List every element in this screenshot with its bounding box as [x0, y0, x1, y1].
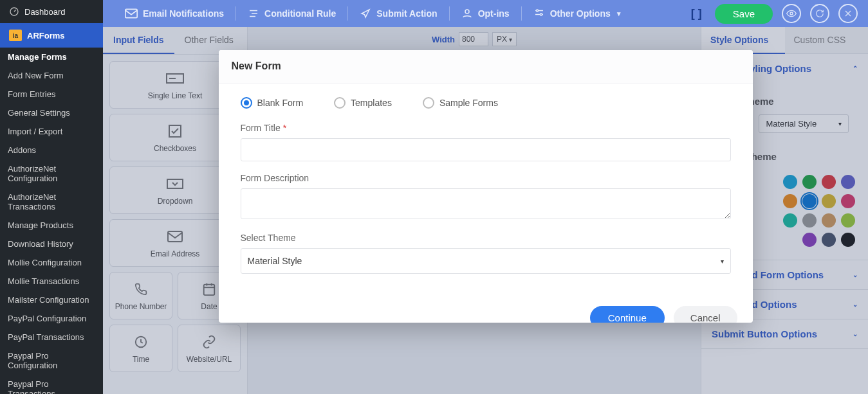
- wp-sidebar: Dashboard ia ARForms Manage Forms Add Ne…: [0, 0, 103, 394]
- form-type-radios: Blank Form Templates Sample Forms: [241, 97, 731, 109]
- preview-button[interactable]: [782, 4, 801, 23]
- conditional-icon: [248, 8, 259, 19]
- sidebar-arforms-label: ARForms: [27, 31, 65, 40]
- cancel-button[interactable]: Cancel: [674, 306, 737, 323]
- modal-footer: Continue Cancel: [219, 298, 753, 323]
- arforms-logo-icon: ia: [9, 30, 22, 41]
- form-title-input[interactable]: [241, 138, 731, 161]
- radio-templates[interactable]: Templates: [334, 97, 392, 109]
- radio-icon: [241, 97, 252, 109]
- topbar-optins[interactable]: Opt-ins: [450, 0, 521, 27]
- sidebar-item-entries[interactable]: Form Entries: [0, 85, 103, 103]
- sidebar-item-manage-products[interactable]: Manage Products: [0, 216, 103, 235]
- email-icon: [125, 8, 138, 19]
- sidebar-item-mailster-config[interactable]: Mailster Configuration: [0, 291, 103, 309]
- save-button[interactable]: Save: [715, 4, 773, 24]
- sidebar-item-download-history[interactable]: Download History: [0, 235, 103, 253]
- modal-body: Blank Form Templates Sample Forms Form T…: [219, 84, 753, 298]
- sidebar-item-manage-forms[interactable]: Manage Forms: [0, 48, 103, 66]
- close-button[interactable]: [838, 4, 858, 23]
- chevron-down-icon: ▼: [616, 10, 622, 17]
- sidebar-dashboard[interactable]: Dashboard: [0, 0, 103, 23]
- modal-backdrop: New Form Blank Form Templates Sample For…: [103, 27, 868, 394]
- sidebar-item-mollie-trans[interactable]: Mollie Transactions: [0, 272, 103, 291]
- topbar-other-options[interactable]: Other Options ▼: [522, 0, 634, 27]
- svg-point-10: [790, 12, 793, 15]
- sidebar-item-paypal-pro-trans[interactable]: Paypal Pro Transactions: [0, 375, 103, 394]
- sidebar-item-paypal-trans[interactable]: PayPal Transactions: [0, 328, 103, 346]
- radio-sample-forms[interactable]: Sample Forms: [423, 97, 498, 109]
- topbar-submit-action[interactable]: Submit Action: [348, 0, 448, 27]
- continue-button[interactable]: Continue: [590, 306, 665, 323]
- form-title-label: Form Title *: [241, 123, 731, 133]
- topbar-conditional-rule[interactable]: Conditional Rule: [236, 0, 347, 27]
- sidebar-item-add-form[interactable]: Add New Form: [0, 66, 103, 85]
- modal-title: New Form: [219, 50, 753, 84]
- sidebar-item-general[interactable]: General Settings: [0, 103, 103, 122]
- shortcode-button[interactable]: [ ]: [687, 7, 706, 21]
- sidebar-item-paypal-config[interactable]: PayPal Configuration: [0, 309, 103, 328]
- select-theme-label: Select Theme: [241, 233, 731, 243]
- sidebar-item-import-export[interactable]: Import / Export: [0, 122, 103, 141]
- radio-icon: [334, 97, 346, 109]
- svg-point-7: [536, 10, 538, 12]
- svg-rect-1: [125, 9, 137, 17]
- new-form-modal: New Form Blank Form Templates Sample For…: [219, 50, 753, 323]
- topbar-email-notifications[interactable]: Email Notifications: [113, 0, 235, 27]
- radio-blank-form[interactable]: Blank Form: [241, 97, 304, 109]
- sidebar-item-authnet-trans[interactable]: AuthorizeNet Transactions: [0, 188, 103, 216]
- chevron-down-icon: ▾: [721, 258, 724, 265]
- sidebar-arforms[interactable]: ia ARForms: [0, 23, 103, 48]
- sidebar-dashboard-label: Dashboard: [24, 7, 66, 17]
- refresh-button[interactable]: [810, 4, 829, 23]
- topbar: Email Notifications Conditional Rule Sub…: [103, 0, 868, 27]
- optins-icon: [461, 8, 473, 19]
- svg-point-9: [540, 13, 542, 15]
- svg-point-5: [465, 10, 469, 13]
- sidebar-item-paypal-pro-config[interactable]: Paypal Pro Configuration: [0, 346, 103, 375]
- form-description-input[interactable]: [241, 188, 731, 219]
- radio-icon: [423, 97, 434, 109]
- select-theme-dropdown[interactable]: Material Style ▾: [241, 248, 731, 274]
- dashboard-icon: [9, 6, 19, 17]
- sidebar-item-authnet-config[interactable]: AuthorizeNet Configuration: [0, 159, 103, 188]
- sidebar-item-addons[interactable]: Addons: [0, 141, 103, 159]
- submit-icon: [360, 8, 371, 19]
- form-description-label: Form Description: [241, 173, 731, 183]
- sidebar-item-mollie-config[interactable]: Mollie Configuration: [0, 253, 103, 272]
- settings-icon: [533, 8, 545, 19]
- topbar-right: [ ] Save: [687, 4, 858, 24]
